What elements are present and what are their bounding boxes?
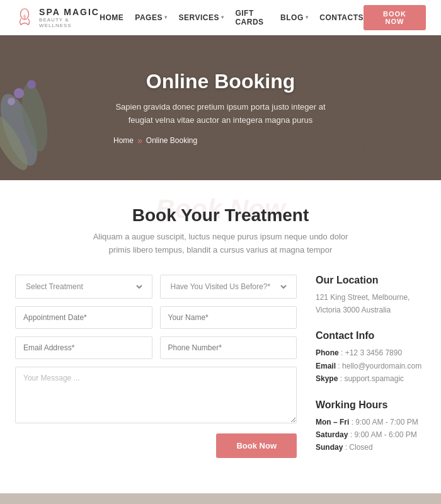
blog-dropdown-arrow: ▾ [306,14,309,20]
sun-value: Closed [349,443,372,452]
logo-icon [15,8,34,28]
date-field[interactable] [15,306,152,329]
hours-title: Working Hours [316,399,426,411]
location-title: Our Location [316,275,426,286]
footer-band: Get 30% Off ▲ [0,493,441,504]
phone-input[interactable] [168,343,289,352]
logo-name: SPA MAGIC [39,7,100,17]
hero-content: Online Booking Sapien gravida donec pret… [113,70,328,146]
form-row-1: Select Treatment Have You Visited Us Bef… [15,275,297,299]
breadcrumb-home[interactable]: Home [113,136,134,145]
sun-label: Sunday [316,443,343,452]
hours-mon-fri: Mon – Fri : 9:00 AM - 7:00 PM [316,416,426,428]
contact-phone: Phone : +12 3 3456 7890 [316,346,426,359]
mon-fri-label: Mon – Fri [316,418,349,427]
section-title: Book Your Treatment [15,205,426,226]
location-text: 121 King Street, Melbourne, Victoria 300… [316,291,426,317]
breadcrumb-separator: » [137,135,142,146]
breadcrumb: Home » Online Booking [113,135,328,146]
message-textarea[interactable] [15,367,297,423]
email-field[interactable] [15,336,152,359]
contact-title: Contact Info [316,330,426,341]
nav-blog[interactable]: BLOG ▾ [280,13,308,22]
hero-section: Online Booking Sapien gravida donec pret… [0,35,441,180]
submit-book-button[interactable]: Book Now [216,433,297,458]
sidebar-contact: Contact Info Phone : +12 3 3456 7890 Ema… [316,330,426,385]
name-field[interactable] [160,306,297,329]
skype-label: Skype [316,374,338,383]
hero-desc: Sapien gravida donec pretium ipsum porta… [113,101,328,127]
booking-form: Select Treatment Have You Visited Us Bef… [15,275,297,468]
phone-value: +12 3 3456 7890 [345,348,402,357]
svg-point-6 [8,98,15,105]
mon-fri-value: 9:00 AM - 7:00 PM [355,418,418,427]
header: SPA MAGIC BEAUTY & WELLNESS HOME PAGES ▾… [0,0,441,35]
hero-flowers-decoration [0,54,88,180]
nav-pages[interactable]: PAGES ▾ [135,13,167,22]
nav-home[interactable]: HOME [100,13,123,22]
email-label: Email [316,362,336,370]
visited-field[interactable]: Have You Visited Us Before?* [160,275,297,299]
section-header: Book Now Book Your Treatment Aliquam a a… [15,205,426,257]
name-input[interactable] [168,313,289,322]
logo[interactable]: SPA MAGIC BEAUTY & WELLNESS [15,7,100,28]
email-value: hello@yourdomain.com [342,362,421,370]
hours-saturday: Saturday : 9:00 AM - 6:00 PM [316,428,426,441]
nav-gift-cards[interactable]: GIFT CARDS [235,9,269,26]
sat-value: 9:00 AM - 6:00 PM [354,430,416,439]
svg-point-5 [27,80,36,89]
footer-leaf-decoration [365,500,428,504]
sidebar-location: Our Location 121 King Street, Melbourne,… [316,275,426,317]
form-row-2 [15,306,297,329]
services-dropdown-arrow: ▾ [221,14,224,20]
treatment-field[interactable]: Select Treatment [15,275,152,299]
hours-sunday: Sunday : Closed [316,441,426,454]
header-booknow-button[interactable]: BOOK NOW [364,5,426,30]
contact-skype: Skype : support.spamagic [316,372,426,385]
email-input[interactable] [23,343,144,352]
svg-point-4 [14,88,24,98]
breadcrumb-current: Online Booking [146,136,197,145]
treatment-select[interactable]: Select Treatment [23,282,144,292]
phone-field[interactable] [160,336,297,359]
skype-value: support.spamagic [344,374,404,383]
visited-select[interactable]: Have You Visited Us Before?* [168,282,289,292]
sidebar: Our Location 121 King Street, Melbourne,… [316,275,426,468]
booking-area: Select Treatment Have You Visited Us Bef… [15,275,426,493]
section-desc: Aliquam a augue suscipit, luctus neque p… [88,231,353,257]
nav-services[interactable]: SERVICES ▾ [178,13,224,22]
contact-email: Email : hello@yourdomain.com [316,360,426,372]
sidebar-hours: Working Hours Mon – Fri : 9:00 AM - 7:00… [316,399,426,454]
date-input[interactable] [23,313,144,322]
main-nav: HOME PAGES ▾ SERVICES ▾ GIFT CARDS BLOG … [100,9,364,26]
logo-sub: BEAUTY & WELLNESS [39,17,100,28]
nav-contacts[interactable]: CONTACTS [319,13,364,22]
sat-label: Saturday [316,430,348,439]
main-content: Book Now Book Your Treatment Aliquam a a… [0,180,441,493]
hero-title: Online Booking [113,70,328,93]
phone-label: Phone [316,348,339,357]
pages-dropdown-arrow: ▾ [164,14,168,20]
form-row-3 [15,336,297,359]
